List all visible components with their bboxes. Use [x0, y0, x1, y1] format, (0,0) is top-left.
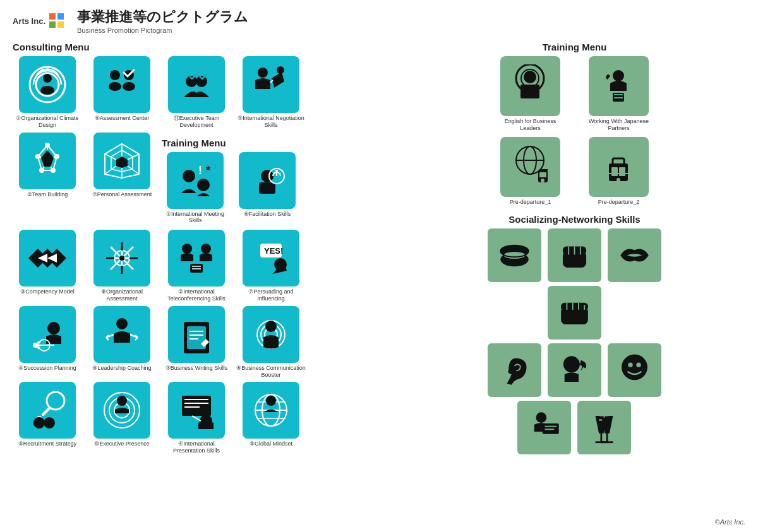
ear-icon [494, 350, 535, 391]
icon-exec-presence: ⑩Executive Presence [87, 382, 157, 454]
icon-box-intl-meeting[interactable]: ! * [167, 152, 224, 209]
icon-comm-booster: ⑧Business Communication Booster [236, 306, 306, 379]
icon-box-sign-hold[interactable] [517, 401, 571, 454]
icon-box-competency[interactable] [19, 230, 76, 287]
org-assess-icon [100, 236, 144, 280]
icon-box-persuading[interactable]: YES! [243, 230, 299, 287]
main-content: Consulting Menu ①Organizational Climate … [0, 37, 758, 458]
icon-box-team-building[interactable] [19, 133, 76, 189]
icon-box-english-leaders[interactable] [500, 56, 560, 116]
svg-point-141 [622, 355, 647, 381]
label-persuading: ⑦Persuading and Influencing [236, 288, 306, 302]
svg-point-11 [277, 66, 284, 74]
personal-assess-icon [100, 139, 144, 183]
svg-point-10 [258, 68, 268, 78]
svg-point-124 [617, 178, 620, 182]
training-center-title: Training Menu [162, 138, 301, 148]
icon-lips-2 [608, 228, 661, 282]
icon-writing: ③Business Writing Skills [162, 306, 231, 379]
icon-box-pre-dep-1[interactable] [500, 137, 560, 197]
svg-point-34 [183, 170, 195, 182]
label-recruitment: ⑤Recruitment Strategy [18, 440, 77, 447]
working-japanese-icon [596, 64, 641, 109]
icon-box-lips-2[interactable] [608, 228, 661, 282]
icon-teleconf: ②International Teleconferencing Skills [162, 230, 231, 302]
icon-cheers [577, 401, 631, 454]
comm-booster-icon [249, 312, 293, 357]
logo: Arts Inc. [13, 13, 64, 28]
svg-point-142 [628, 363, 632, 367]
consulting-row-3: ③Competency Model [13, 230, 391, 302]
icon-box-assessment[interactable] [93, 56, 150, 113]
label-personal-assess: ⑦Personal Assessment [92, 191, 152, 198]
icon-box-profile-talk[interactable] [548, 343, 601, 397]
svg-point-59 [201, 244, 211, 254]
global-mindset-icon [249, 388, 293, 432]
competency-icon [25, 236, 69, 280]
icon-box-pre-dep-2[interactable] [589, 137, 649, 197]
icon-english-leaders: English for Business Leaders [495, 56, 565, 132]
svg-rect-116 [539, 172, 546, 177]
icon-box-working-japanese[interactable] [589, 56, 649, 116]
label-assessment: ⑥Assessment Center [95, 115, 150, 122]
icon-box-org-climate[interactable] [19, 56, 76, 113]
svg-point-20 [45, 143, 50, 148]
label-exec-team: ⑪Executive Team Development [162, 115, 231, 129]
svg-point-143 [636, 363, 641, 367]
assessment-icon [100, 62, 144, 107]
consulting-row-5: ⑤Recruitment Strategy ⑩Executive Presenc… [13, 382, 391, 454]
svg-point-22 [51, 168, 56, 173]
icon-box-presentation[interactable] [168, 382, 225, 439]
lips-1-icon [494, 235, 535, 276]
sign-hold-icon [524, 407, 565, 448]
presentation-icon [174, 388, 219, 432]
face-icon [614, 350, 655, 391]
lips-2-icon [614, 235, 655, 276]
icon-profile-talk [548, 343, 601, 397]
svg-text:*: * [206, 164, 210, 177]
icon-box-cheers[interactable] [577, 401, 631, 454]
icon-box-leadership[interactable] [93, 306, 150, 363]
icon-handshake [548, 286, 601, 340]
label-global-mindset: ⑨Global Mindset [250, 440, 292, 447]
svg-point-87 [33, 417, 45, 429]
icon-succession: ④Succession Planning [13, 306, 82, 379]
icon-box-writing[interactable] [168, 306, 225, 363]
persuading-icon: YES! [249, 236, 293, 280]
icon-recruitment: ⑤Recruitment Strategy [13, 382, 82, 454]
icon-box-teleconf[interactable] [168, 230, 225, 287]
icon-box-facilitation[interactable] [239, 152, 296, 209]
consulting-title: Consulting Menu [13, 42, 391, 52]
org-climate-icon [25, 62, 69, 107]
svg-point-2 [43, 74, 52, 83]
intl-meeting-icon: ! * [173, 158, 217, 203]
icon-box-fist[interactable] [548, 228, 601, 282]
right-section: Training Menu English for Business Leade… [391, 37, 745, 458]
icon-box-global-mindset[interactable] [243, 382, 299, 439]
english-leaders-icon [508, 64, 552, 109]
logo-text: Arts Inc. [13, 16, 45, 26]
svg-point-140 [563, 357, 580, 373]
icon-box-org-assess[interactable] [93, 230, 150, 287]
training-right-row2: Pre-departure_1 Pre-departure_2 [404, 137, 745, 206]
icon-box-ear[interactable] [488, 343, 541, 397]
svg-text:!: ! [198, 164, 202, 177]
label-competency: ③Competency Model [20, 288, 75, 295]
icon-box-exec-presence[interactable] [93, 382, 150, 439]
leadership-icon [100, 312, 144, 357]
icon-box-handshake[interactable] [548, 286, 601, 340]
icon-pre-dep-2: Pre-departure_2 [584, 137, 653, 206]
social-row-4 [404, 401, 745, 454]
icon-box-exec-team[interactable] [168, 56, 225, 113]
svg-rect-122 [619, 167, 625, 176]
svg-marker-14 [41, 150, 54, 167]
icon-box-lips-1[interactable] [488, 228, 541, 282]
icon-box-comm-booster[interactable] [243, 306, 299, 363]
icon-box-personal-assess[interactable] [93, 133, 150, 189]
icon-box-succession[interactable] [19, 306, 76, 363]
svg-point-144 [536, 413, 547, 423]
icon-box-recruitment[interactable] [19, 382, 76, 439]
icon-box-face[interactable] [608, 343, 661, 397]
icon-persuading: YES! ⑦Persuading and Influencing [236, 230, 306, 302]
icon-box-intl-neg[interactable] [243, 56, 299, 113]
